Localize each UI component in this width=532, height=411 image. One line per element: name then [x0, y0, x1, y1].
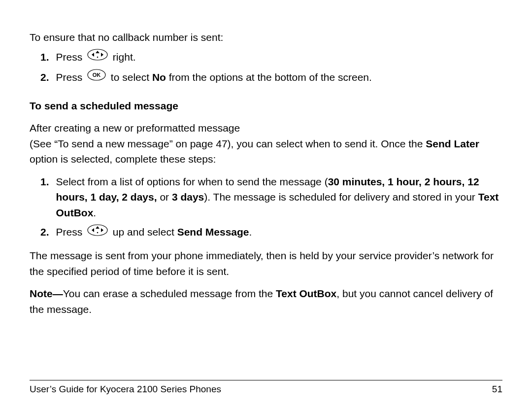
text: .: [249, 226, 252, 238]
page-content: To ensure that no callback number is sen…: [30, 30, 502, 317]
step-text: Press OK to select No from the options a…: [56, 69, 502, 86]
nav-key-icon: [87, 49, 108, 65]
footer-separator: [30, 365, 502, 383]
step-number: 2.: [40, 224, 49, 240]
step-text: Select from a list of options for when t…: [56, 174, 502, 221]
svg-marker-2: [101, 53, 103, 57]
svg-point-11: [97, 232, 99, 233]
list-item: 2. Press up and select Send Message.: [30, 224, 502, 241]
text: to select: [108, 71, 152, 83]
svg-marker-10: [96, 226, 100, 229]
step-number: 2.: [40, 69, 49, 85]
section-heading: To send a scheduled message: [30, 98, 502, 114]
footer-title: User’s Guide for Kyocera 2100 Series Pho…: [30, 382, 221, 397]
svg-marker-8: [92, 228, 94, 232]
svg-marker-9: [101, 228, 103, 232]
bold-text: Send Later: [426, 138, 479, 149]
text: .: [93, 207, 96, 218]
step-number: 1.: [40, 49, 49, 65]
text: Select from a list of options for when t…: [56, 176, 328, 187]
step-text: Press right.: [56, 49, 502, 66]
steps-list-2: 1. Select from a list of options for whe…: [30, 174, 502, 241]
intro-paragraph: To ensure that no callback number is sen…: [30, 30, 502, 45]
bold-text: Text OutBox: [276, 288, 336, 299]
bold-text: 3 days: [172, 191, 204, 203]
step-text: Press up and select Send Message.: [56, 224, 502, 241]
bold-text: No: [152, 71, 166, 83]
text: You can erase a scheduled message from t…: [63, 288, 276, 299]
paragraph: The message is sent from your phone imme…: [30, 248, 502, 279]
text: up and select: [110, 226, 177, 238]
paragraph: After creating a new or preformatted mes…: [30, 120, 502, 167]
text: (See “To send a new message” on page 47)…: [30, 138, 426, 149]
text: Press: [56, 226, 86, 238]
text: Press: [56, 71, 86, 83]
text: or: [157, 191, 172, 203]
text: ). The message is scheduled for delivery…: [204, 191, 478, 203]
list-item: 2. Press OK to select No from the option…: [30, 69, 502, 86]
text: Press: [56, 51, 86, 63]
text: right.: [110, 51, 136, 63]
bold-text: Send Message: [177, 226, 249, 238]
list-item: 1. Press right.: [30, 49, 502, 66]
ok-key-icon: OK: [87, 69, 106, 85]
svg-marker-3: [96, 51, 100, 53]
page-number: 51: [492, 382, 502, 397]
list-item: 1. Select from a list of options for whe…: [30, 174, 502, 221]
nav-key-icon: [87, 224, 108, 240]
text: After creating a new or preformatted mes…: [30, 122, 240, 134]
note-paragraph: Note—You can erase a scheduled message f…: [30, 286, 502, 317]
bold-text: Note—: [30, 288, 63, 299]
steps-list-1: 1. Press right. 2. Press OK to select No…: [30, 49, 502, 86]
text: option is selected, complete these steps…: [30, 153, 216, 165]
page-footer: User’s Guide for Kyocera 2100 Series Pho…: [30, 382, 502, 397]
text: from the options at the bottom of the sc…: [166, 71, 372, 83]
svg-text:OK: OK: [93, 72, 101, 78]
svg-marker-1: [92, 53, 94, 57]
step-number: 1.: [40, 174, 49, 190]
svg-point-4: [97, 56, 99, 58]
